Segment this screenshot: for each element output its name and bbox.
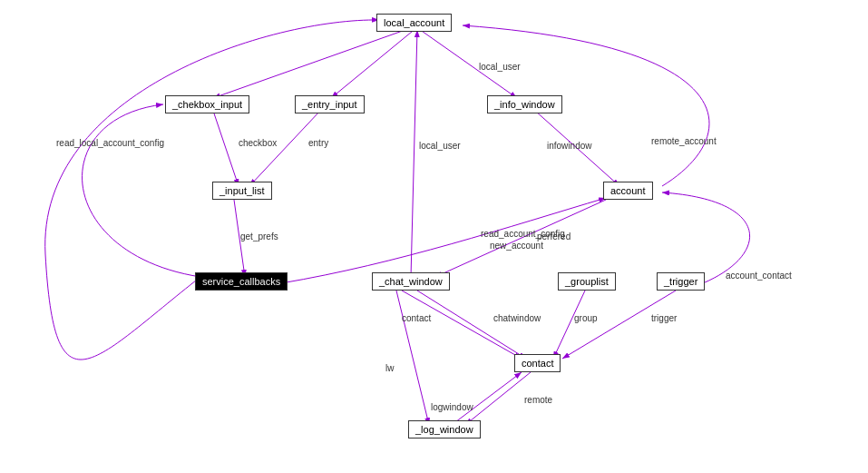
svg-line-14	[562, 291, 676, 359]
svg-line-17	[465, 372, 531, 425]
node-chat-window: _chat_window	[372, 272, 450, 291]
svg-line-6	[213, 111, 239, 186]
label-trigger: trigger	[651, 313, 677, 323]
label-checkbox: checkbox	[239, 138, 277, 148]
label-read-local: read_local_account_config	[56, 138, 164, 148]
svg-line-15	[396, 291, 429, 425]
svg-line-10	[411, 30, 417, 277]
node-input-list: _input_list	[212, 182, 272, 200]
diagram: local_account _chekbox_input _entry_inpu…	[0, 0, 868, 473]
node-contact: contact	[514, 354, 561, 372]
label-entry: entry	[308, 138, 328, 148]
node-chekbox-input: _chekbox_input	[165, 95, 249, 113]
label-contact: contact	[402, 313, 431, 323]
label-logwindow: logwindow	[431, 402, 473, 412]
svg-line-7	[249, 111, 320, 186]
node-service-callbacks: service_callbacks	[195, 272, 288, 291]
node-info-window: _info_window	[487, 95, 562, 113]
svg-line-2	[213, 27, 413, 98]
svg-line-13	[553, 291, 585, 359]
label-chatwindow: chatwindow	[493, 313, 541, 323]
svg-line-12	[417, 291, 526, 359]
node-grouplist: _grouplist	[558, 272, 616, 291]
label-remote: remote	[524, 395, 552, 405]
label-local-user-1: local_user	[479, 62, 521, 72]
label-lw: lw	[385, 363, 394, 373]
node-local-account: local_account	[376, 14, 452, 32]
label-infowindow: infowindow	[547, 141, 591, 151]
node-account: account	[603, 182, 653, 200]
svg-line-11	[402, 291, 522, 359]
svg-line-3	[331, 27, 417, 98]
node-entry-input: _entry_input	[295, 95, 365, 113]
label-account-contact: account_contact	[726, 271, 792, 281]
label-group: group	[574, 313, 598, 323]
label-new-account: new_account	[490, 241, 543, 251]
node-trigger: _trigger	[657, 272, 705, 291]
label-perfered: perfered	[537, 232, 571, 241]
label-local-user-2: local_user	[419, 141, 461, 151]
node-log-window: _log_window	[408, 420, 481, 439]
svg-line-16	[452, 372, 522, 425]
label-get-prefs: get_prefs	[240, 232, 278, 241]
label-remote-account: remote_account	[651, 136, 717, 146]
